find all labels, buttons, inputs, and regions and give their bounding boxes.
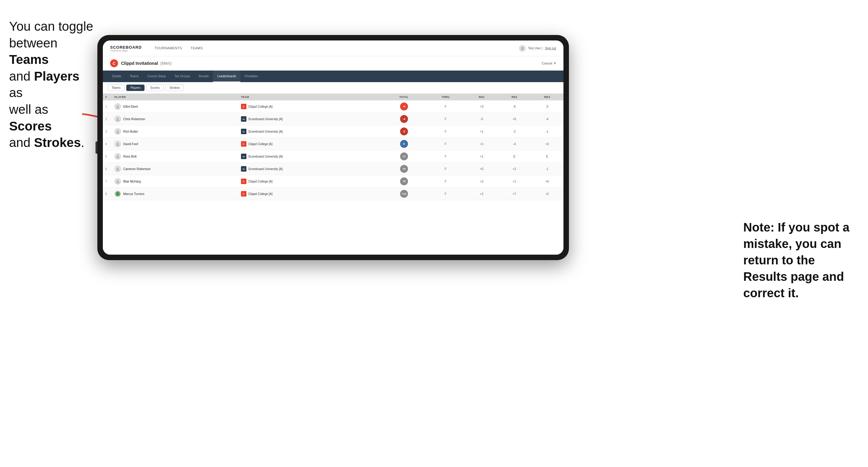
svg-point-9 <box>117 130 118 132</box>
cell-rd2: -2 <box>498 125 531 138</box>
cell-total: +6 <box>382 163 426 175</box>
team-name: Scoreboard University [A] <box>248 167 283 171</box>
cell-rd2: E <box>498 150 531 163</box>
table-row[interactable]: 1 Elliot Ebert C Clippd College [A] -8 F… <box>103 100 563 113</box>
cell-rd1: +1 <box>465 138 498 150</box>
cell-thru: F <box>426 138 465 150</box>
team-name: Clippd College [A] <box>248 143 273 146</box>
toggle-players[interactable]: Players <box>126 85 144 91</box>
cell-rank: 4 <box>103 138 112 150</box>
col-rd1: RD1 <box>465 94 498 100</box>
cell-team: C Clippd College [A] <box>239 100 382 113</box>
cell-thru: F <box>426 100 465 113</box>
team-logo: SU <box>241 116 246 122</box>
cell-thru: F <box>426 125 465 138</box>
table-row[interactable]: 6 Cameron Robertson SU Scoreboard Univer… <box>103 163 563 175</box>
table-row[interactable]: 7 Blair McHarg C Clippd College [A] +8 F… <box>103 175 563 188</box>
tab-bar: Details Teams Course Setup Tee Groups Re… <box>103 70 563 82</box>
table-row[interactable]: 2 Chris Robertson SU Scoreboard Universi… <box>103 113 563 125</box>
svg-point-23 <box>117 180 118 182</box>
toggle-teams[interactable]: Teams <box>108 85 124 91</box>
col-total: TOTAL <box>382 94 426 100</box>
table-row[interactable]: 5 Rees Britt SU Scoreboard University [A… <box>103 150 563 163</box>
cell-rd3: +2 <box>531 188 563 200</box>
toggle-scores[interactable]: Scores <box>146 85 164 91</box>
cell-rd1: -5 <box>465 113 498 125</box>
sign-out-link[interactable]: Sign out <box>545 46 556 50</box>
annotation-left: You can toggle between Teams and Players… <box>9 18 94 151</box>
tab-printables[interactable]: Printables <box>240 70 262 82</box>
cell-rd2: +5 <box>498 113 531 125</box>
cell-player: Marcus Turners <box>112 188 239 200</box>
cell-thru: F <box>426 163 465 175</box>
player-avatar <box>114 116 121 122</box>
cell-rd2: +2 <box>498 163 531 175</box>
toggle-row: Teams Players Scores Strokes <box>103 82 563 94</box>
leaderboard-table: # PLAYER TEAM TOTAL THRU RD1 RD2 RD3 1 E… <box>103 94 563 255</box>
col-rd3: RD3 <box>531 94 563 100</box>
table-row[interactable]: 8 Marcus Turners C Clippd College [A] +1… <box>103 188 563 200</box>
player-avatar <box>114 141 121 147</box>
player-name: Rich Butler <box>123 130 138 133</box>
cell-total: -2 <box>382 125 426 138</box>
team-name: Scoreboard University [A] <box>248 118 283 121</box>
cell-player: Rees Britt <box>112 150 239 163</box>
total-badge: +6 <box>400 165 408 173</box>
cell-rank: 6 <box>103 163 112 175</box>
total-badge: +11 <box>400 190 408 198</box>
table-header-row: # PLAYER TEAM TOTAL THRU RD1 RD2 RD3 <box>103 94 563 100</box>
tablet-screen: SCOREBOARD Powered by clippd TOURNAMENTS… <box>103 40 563 255</box>
player-name: Marcus Turners <box>123 192 144 196</box>
cell-team: SU Scoreboard University [A] <box>239 113 382 125</box>
tab-teams[interactable]: Teams <box>126 70 143 82</box>
cell-rd1: +1 <box>465 150 498 163</box>
cell-total: -4 <box>382 113 426 125</box>
team-logo: C <box>241 141 246 147</box>
team-logo: SU <box>241 154 246 159</box>
cell-rd2: +1 <box>498 175 531 188</box>
cell-player: Rich Butler <box>112 125 239 138</box>
cell-player: David Ford <box>112 138 239 150</box>
cell-rank: 7 <box>103 175 112 188</box>
cell-rd3: -4 <box>531 113 563 125</box>
user-name: Test User | <box>528 46 543 50</box>
tab-leaderboards[interactable]: Leaderboards <box>213 70 240 82</box>
svg-text:SU: SU <box>243 118 245 120</box>
svg-point-25 <box>117 193 119 194</box>
player-name: Blair McHarg <box>123 180 141 183</box>
cancel-button[interactable]: Cancel ✕ <box>542 61 556 65</box>
table-row[interactable]: 4 David Ford C Clippd College [A] E F +1… <box>103 138 563 150</box>
logo-area: SCOREBOARD Powered by clippd <box>110 45 142 52</box>
team-name: Scoreboard University [A] <box>248 155 283 158</box>
table-row[interactable]: 3 Rich Butler SU Scoreboard University [… <box>103 125 563 138</box>
tab-details[interactable]: Details <box>108 70 126 82</box>
col-team: TEAM <box>239 94 382 100</box>
logo-subtitle: Powered by clippd <box>110 50 142 52</box>
cell-thru: F <box>426 188 465 200</box>
tournament-name: Clippd Invitational (Men) <box>121 61 172 66</box>
tablet-frame: SCOREBOARD Powered by clippd TOURNAMENTS… <box>97 35 569 260</box>
nav-tournaments[interactable]: TOURNAMENTS <box>150 40 186 56</box>
cell-rd1: +3 <box>465 100 498 113</box>
players-table: # PLAYER TEAM TOTAL THRU RD1 RD2 RD3 1 E… <box>103 94 563 200</box>
tab-results[interactable]: Results <box>194 70 213 82</box>
cell-total: E <box>382 138 426 150</box>
team-logo: SU <box>241 166 246 172</box>
tab-tee-groups[interactable]: Tee Groups <box>170 70 194 82</box>
tab-course-setup[interactable]: Course Setup <box>143 70 170 82</box>
cell-rd1: +5 <box>465 163 498 175</box>
cell-rank: 8 <box>103 188 112 200</box>
annotation-right: Note: If you spot a mistake, you can ret… <box>743 219 859 301</box>
toggle-strokes[interactable]: Strokes <box>165 85 184 91</box>
cell-rank: 3 <box>103 125 112 138</box>
cell-team: SU Scoreboard University [A] <box>239 163 382 175</box>
cell-rank: 1 <box>103 100 112 113</box>
team-logo: C <box>241 104 246 109</box>
svg-point-19 <box>117 168 118 169</box>
player-name: Chris Robertson <box>123 118 145 121</box>
team-logo: C <box>241 191 246 196</box>
nav-teams[interactable]: TEAMS <box>186 40 207 56</box>
cell-team: SU Scoreboard University [A] <box>239 125 382 138</box>
cell-player: Blair McHarg <box>112 175 239 188</box>
cell-rd2: +7 <box>498 188 531 200</box>
